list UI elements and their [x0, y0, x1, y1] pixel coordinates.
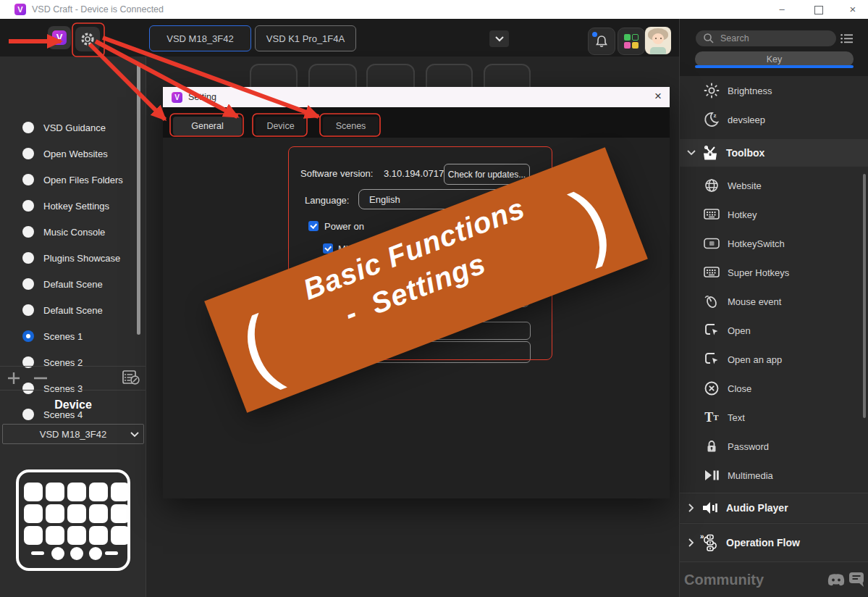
lock-icon [701, 437, 722, 456]
sidebar-item-open-websites[interactable]: Open Websites [0, 145, 146, 162]
chevron-down-icon [687, 150, 696, 156]
close-circle-icon [701, 379, 722, 398]
community-label: Community [684, 572, 764, 588]
minus-icon[interactable] [33, 372, 48, 385]
sidebar-item-default-scene-2[interactable]: Default Scene [0, 301, 146, 319]
plus-icon[interactable] [7, 372, 20, 385]
chevron-right-icon [688, 538, 694, 547]
device-heading: Device [0, 398, 146, 412]
sidebar-item-default-scene-1[interactable]: Default Scene [0, 275, 146, 293]
globe-icon [701, 176, 722, 195]
notifications-button[interactable] [588, 28, 615, 55]
radio-icon[interactable] [22, 383, 34, 394]
settings-gear-button[interactable] [75, 27, 100, 51]
chat-icon[interactable] [848, 571, 866, 588]
sidebar-item-scenes-1[interactable]: Scenes 1 [0, 327, 146, 345]
dialog-title: Setting [188, 92, 216, 102]
tool-item-hotkey[interactable]: Hotkey [680, 205, 868, 224]
tool-item-close[interactable]: Close [680, 379, 868, 398]
dialog-close-icon[interactable]: × [654, 89, 662, 104]
radio-selected-icon[interactable] [22, 330, 34, 342]
toolbox-icon [700, 143, 720, 162]
sidebar-item-plugins-showcase[interactable]: Plugins Showcase [0, 249, 146, 267]
tool-item-password[interactable]: Password [680, 437, 868, 456]
section-audio-player[interactable]: Audio Player [680, 493, 868, 522]
minimize-icon[interactable]: – [767, 0, 796, 19]
discord-icon[interactable] [827, 573, 846, 588]
close-icon[interactable]: × [838, 0, 867, 19]
os-titlebar: V VSD Craft - Device is Connected – × [0, 0, 868, 19]
search-input[interactable] [719, 33, 830, 44]
dialog-tabbar: General Device Scenes [163, 107, 670, 138]
sidebar-item-vsd-guidance[interactable]: VSD Guidance [0, 119, 146, 136]
divider [680, 561, 868, 562]
dialog-logo-icon: V [172, 92, 182, 103]
radio-icon[interactable] [22, 200, 34, 212]
gear-icon [80, 31, 96, 47]
section-toolbox[interactable]: Toolbox [680, 139, 868, 167]
radio-icon[interactable] [22, 122, 34, 133]
sidebar-scrollbar[interactable] [137, 62, 140, 335]
speaker-icon [700, 498, 720, 517]
list-view-icon[interactable] [840, 33, 854, 44]
maximize-icon[interactable] [814, 6, 823, 14]
svg-text:»: » [700, 533, 704, 540]
actions-sidebar: Key Brightness z [679, 19, 868, 597]
mouse-icon [701, 292, 722, 311]
device-tab-k1pro[interactable]: VSD K1 Pro_1F4A [255, 25, 356, 51]
radio-icon[interactable] [22, 252, 34, 264]
tool-item-open-an-app[interactable]: Open an app [680, 350, 868, 369]
device-select-value: VSD M18_3F42 [40, 429, 107, 440]
sidebar-item-music-console[interactable]: Music Console [0, 223, 146, 241]
tab-general[interactable]: General [173, 117, 242, 135]
text-icon: TT [701, 408, 722, 427]
section-operation-flow[interactable]: » Operation Flow [680, 524, 868, 561]
radio-icon[interactable] [22, 148, 34, 159]
key-tab[interactable]: Key [695, 51, 854, 67]
device-tab-m18[interactable]: VSD M18_3F42 [149, 25, 251, 51]
dialog-titlebar: V Setting × [163, 87, 670, 107]
tool-item-super-hotkeys[interactable]: Super Hotkeys [680, 263, 868, 282]
radio-icon[interactable] [22, 226, 34, 238]
open-icon [701, 350, 722, 369]
tool-item-website[interactable]: Website [680, 176, 868, 195]
search-box[interactable] [696, 30, 836, 46]
tool-item-hotkeyswitch[interactable]: HotkeySwitch [680, 234, 868, 253]
plugins-button[interactable] [618, 28, 645, 55]
sidebar-item-scenes-2[interactable]: Scenes 2 [0, 354, 146, 371]
play-pause-icon [701, 466, 722, 485]
plugins-icon [624, 34, 639, 49]
svg-text:z: z [714, 112, 717, 119]
avatar-face [652, 33, 664, 44]
tab-scenes[interactable]: Scenes [323, 117, 379, 135]
app-logo-icon: V [14, 4, 26, 15]
tool-item-multimedia[interactable]: Multimedia [680, 466, 868, 485]
app-home-button[interactable]: V [48, 26, 71, 49]
tool-item-text[interactable]: TT Text [680, 408, 868, 427]
tool-item-mouse-event[interactable]: Mouse event [680, 292, 868, 311]
chevron-down-icon [130, 432, 139, 438]
rightbar-scrollbar[interactable] [863, 174, 866, 418]
radio-icon[interactable] [22, 304, 34, 316]
expand-tabs-button[interactable] [489, 30, 509, 47]
sidebar-item-open-files-folders[interactable]: Open Files Folders [0, 171, 146, 188]
search-icon [703, 33, 715, 44]
moon-sleep-icon: z [701, 110, 722, 129]
tab-device[interactable]: Device [256, 117, 306, 135]
hotkey-switch-icon [701, 234, 722, 253]
tool-item-open[interactable]: Open [680, 321, 868, 340]
edit-scenes-icon[interactable] [122, 370, 140, 385]
chevron-right-icon [688, 504, 694, 512]
bell-icon [594, 34, 609, 49]
window-title: VSD Craft - Device is Connected [32, 4, 164, 14]
radio-icon[interactable] [22, 174, 34, 185]
action-item-devsleep[interactable]: z devsleep [680, 110, 868, 129]
vsd-logo-icon: V [52, 30, 67, 45]
brightness-icon [701, 81, 722, 100]
avatar[interactable] [645, 27, 671, 54]
action-item-brightness[interactable]: Brightness [680, 81, 868, 100]
chevron-down-icon [495, 36, 504, 42]
sidebar-item-hotkey-settings[interactable]: Hotkey Settings [0, 197, 146, 214]
radio-icon[interactable] [22, 278, 34, 290]
device-select[interactable]: VSD M18_3F42 [2, 424, 144, 444]
